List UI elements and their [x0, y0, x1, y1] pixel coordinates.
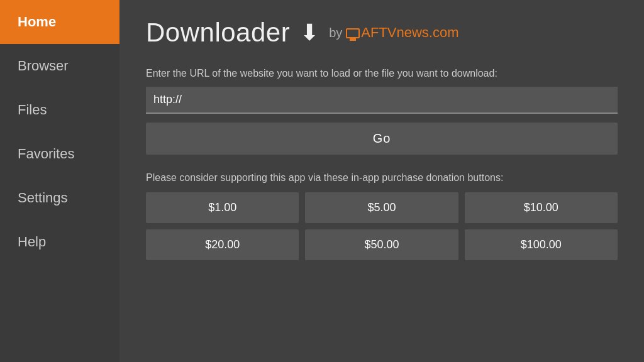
- sidebar-item-label: Home: [18, 14, 56, 30]
- url-input-wrapper: [146, 87, 618, 114]
- sidebar-item-label: Settings: [18, 190, 68, 206]
- donate-1-button[interactable]: $1.00: [146, 192, 299, 223]
- donation-label: Please consider supporting this app via …: [146, 172, 618, 184]
- download-icon: ⬇: [300, 19, 319, 46]
- donation-section: Please consider supporting this app via …: [146, 172, 618, 260]
- header-brand: AFTVnews.com: [346, 25, 458, 41]
- sidebar-item-label: Browser: [18, 58, 69, 74]
- sidebar-item-files[interactable]: Files: [0, 88, 119, 132]
- donate-10-button[interactable]: $10.00: [465, 192, 618, 223]
- sidebar-item-label: Help: [18, 234, 46, 250]
- sidebar-item-home[interactable]: Home: [0, 0, 119, 44]
- tv-icon: [346, 28, 360, 38]
- donate-5-button[interactable]: $5.00: [305, 192, 458, 223]
- donate-100-button[interactable]: $100.00: [465, 229, 618, 260]
- sidebar-item-help[interactable]: Help: [0, 220, 119, 264]
- main-content: Downloader ⬇ by AFTVnews.com Enter the U…: [119, 0, 644, 362]
- header-by: by: [329, 26, 342, 40]
- sidebar-item-favorites[interactable]: Favorites: [0, 132, 119, 176]
- app-title: Downloader: [146, 18, 290, 48]
- url-input[interactable]: [146, 87, 618, 114]
- donate-50-button[interactable]: $50.00: [305, 229, 458, 260]
- go-button[interactable]: Go: [146, 123, 618, 155]
- sidebar-item-settings[interactable]: Settings: [0, 176, 119, 220]
- sidebar-item-label: Favorites: [18, 146, 74, 162]
- sidebar-item-browser[interactable]: Browser: [0, 44, 119, 88]
- sidebar: Home Browser Files Favorites Settings He…: [0, 0, 119, 362]
- app-header: Downloader ⬇ by AFTVnews.com: [146, 18, 618, 48]
- donation-grid: $1.00 $5.00 $10.00 $20.00 $50.00 $100.00: [146, 192, 618, 260]
- sidebar-item-label: Files: [18, 102, 47, 118]
- donate-20-button[interactable]: $20.00: [146, 229, 299, 260]
- url-label: Enter the URL of the website you want to…: [146, 68, 618, 79]
